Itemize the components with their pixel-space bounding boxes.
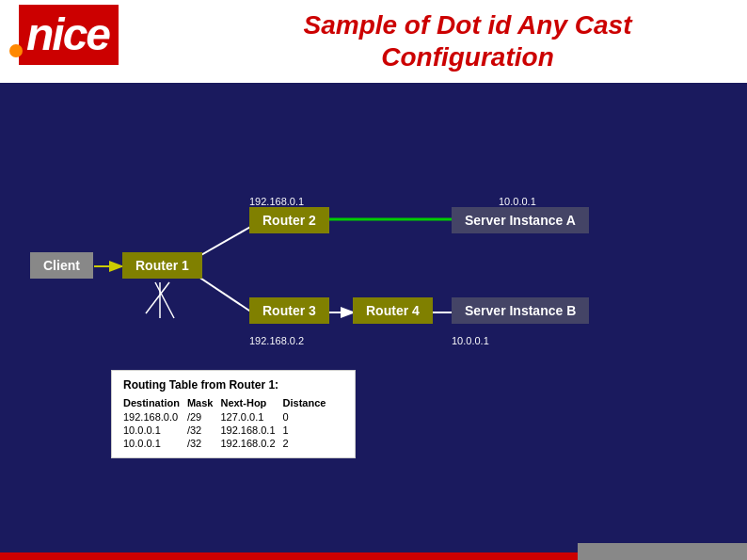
router2-node: Router 2 bbox=[249, 207, 329, 233]
ip-label-serverA: 10.0.0.1 bbox=[499, 196, 536, 207]
logo-text: nice bbox=[26, 12, 109, 57]
svg-line-7 bbox=[155, 282, 174, 318]
network-diagram: 192.168.0.1 10.0.0.1 192.168.0.2 10.0.0.… bbox=[9, 102, 738, 497]
client-node: Client bbox=[30, 252, 93, 279]
col-nexthop: Next-Hop bbox=[220, 397, 282, 410]
routing-table-title: Routing Table from Router 1: bbox=[123, 378, 343, 392]
table-row: 10.0.0.1/32192.168.0.22 bbox=[123, 437, 333, 450]
table-row: 10.0.0.1/32192.168.0.11 bbox=[123, 424, 333, 437]
table-row: 192.168.0.0/29127.0.0.10 bbox=[123, 410, 333, 424]
footer-bars bbox=[0, 543, 747, 560]
logo-dot bbox=[9, 44, 23, 57]
ip-label-router3: 192.168.0.2 bbox=[249, 335, 304, 346]
routing-table: Routing Table from Router 1: Destination… bbox=[111, 370, 356, 458]
logo-area: nice bbox=[19, 5, 207, 78]
footer-gray-bar bbox=[578, 543, 747, 560]
router1-node: Router 1 bbox=[122, 252, 202, 279]
col-destination: Destination bbox=[123, 397, 187, 410]
col-mask: Mask bbox=[187, 397, 221, 410]
svg-line-4 bbox=[193, 273, 252, 312]
router3-node: Router 3 bbox=[249, 297, 329, 324]
header-title: Sample of Dot id Any Cast Configuration bbox=[207, 9, 728, 72]
footer-red-bar bbox=[0, 552, 578, 560]
svg-line-5 bbox=[146, 282, 169, 313]
serverB-node: Server Instance B bbox=[452, 297, 589, 324]
main-content: 192.168.0.1 10.0.0.1 192.168.0.2 10.0.0.… bbox=[0, 83, 747, 560]
routing-table-data: Destination Mask Next-Hop Distance 192.1… bbox=[123, 397, 333, 450]
col-distance: Distance bbox=[283, 397, 334, 410]
ip-label-router2: 192.168.0.1 bbox=[249, 196, 304, 207]
serverA-node: Server Instance A bbox=[452, 207, 589, 233]
ip-label-serverB: 10.0.0.1 bbox=[452, 335, 489, 346]
header: nice Sample of Dot id Any Cast Configura… bbox=[0, 0, 747, 83]
router4-node: Router 4 bbox=[353, 297, 433, 324]
